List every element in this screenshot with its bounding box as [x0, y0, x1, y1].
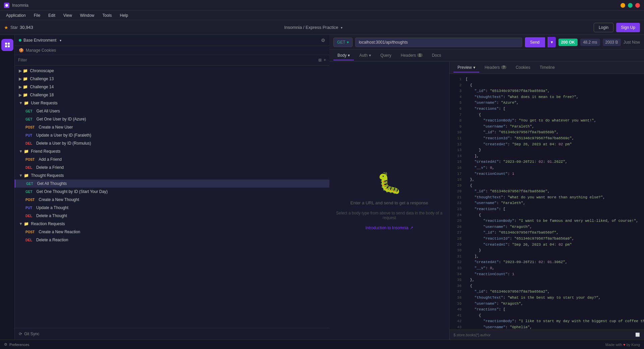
minimize-button[interactable]: [621, 3, 625, 8]
login-button[interactable]: Login: [594, 23, 613, 32]
git-sync-footer[interactable]: ⟳ Git Sync: [15, 328, 329, 340]
response-headers-count-badge: ?: [501, 65, 506, 69]
close-button[interactable]: [635, 3, 640, 8]
line-content: "_id": "651346c979567f8a7ba6569e",: [466, 189, 550, 193]
gear-icon[interactable]: ⚙: [321, 38, 325, 43]
request-add-friend[interactable]: POST Add a Friend: [15, 155, 329, 163]
request-create-thought[interactable]: POST Create a New Thought: [15, 196, 329, 204]
folder-friend-requests[interactable]: ▼ 📁 Friend Requests: [15, 147, 329, 155]
response-line: 15 "createdAt": "2023-09-26T21: 02: 01.2…: [453, 159, 640, 165]
response-line: 33 "__v": 0,: [453, 265, 640, 271]
request-update-user[interactable]: PUT Update a User by ID (Faraleth): [15, 131, 329, 139]
git-sync-label: Git Sync: [24, 332, 39, 336]
tab-docs[interactable]: Docs: [428, 51, 445, 60]
menu-help[interactable]: Help: [116, 12, 131, 19]
request-label: Get One User by ID (Azure): [37, 117, 86, 121]
response-line: 30 }: [453, 248, 640, 254]
request-delete-user[interactable]: DEL Delete a User by ID (Romulus): [15, 139, 329, 147]
menu-application[interactable]: Application: [3, 12, 29, 19]
request-label: Create a New Thought: [39, 197, 79, 202]
line-number: 38: [453, 295, 462, 301]
request-delete-friend[interactable]: DEL Delete a Friend: [15, 163, 329, 171]
headers-count-badge: 1: [417, 53, 423, 57]
cookie-icon: 🍪: [19, 48, 24, 53]
home-icon-button[interactable]: [1, 39, 13, 51]
menu-view[interactable]: View: [60, 12, 75, 19]
env-selector[interactable]: Base Environment ▾: [19, 38, 61, 43]
response-tab-cookies[interactable]: Cookies: [512, 63, 534, 72]
line-number: 14: [453, 153, 462, 159]
tab-auth[interactable]: Auth ▾: [355, 51, 375, 60]
star-label[interactable]: Star: [10, 25, 18, 30]
line-number: 41: [453, 313, 462, 319]
menu-window[interactable]: Window: [77, 12, 98, 19]
request-get-one-user[interactable]: GET Get One User by ID (Azure): [15, 115, 329, 123]
folder-challenge14[interactable]: ▶ 📁 Challenge 14: [15, 83, 329, 91]
response-tab-preview[interactable]: Preview ▾: [453, 63, 479, 72]
send-dropdown-button[interactable]: ▾: [548, 37, 556, 47]
response-time: 48.2 ms: [580, 39, 600, 46]
method-selector[interactable]: GET ▾: [333, 38, 353, 47]
tab-body[interactable]: Body ▾: [333, 51, 354, 60]
request-update-thought[interactable]: PUT Update a Thought: [15, 204, 329, 212]
request-get-all-users[interactable]: GET Get All Users: [15, 107, 329, 115]
signup-button[interactable]: Sign Up: [616, 23, 640, 32]
method-badge-post: POST: [24, 125, 36, 130]
preferences-button[interactable]: ⚙ Preferences: [4, 342, 29, 347]
filter-sort-icon[interactable]: ⊞: [318, 58, 322, 62]
line-content: "thoughtText": "What does it mean to be …: [466, 95, 579, 99]
request-create-reaction[interactable]: POST Create a New Reaction: [15, 228, 329, 236]
project-name[interactable]: Express Practice: [306, 25, 338, 30]
request-label: Add a Friend: [39, 157, 62, 162]
menu-tools[interactable]: Tools: [99, 12, 115, 19]
line-number: 26: [453, 224, 462, 230]
response-tab-headers[interactable]: Headers ?: [481, 63, 511, 72]
response-timestamp: Just Now: [624, 40, 640, 45]
line-content: "username": "Azure",: [466, 101, 519, 105]
request-get-all-thoughts[interactable]: GET Get All Thoughts: [15, 180, 329, 188]
response-line: 27 "_id": "651346c979567f8a7ba6569f",: [453, 230, 640, 236]
request-create-user[interactable]: POST Create a New User: [15, 123, 329, 131]
folder-thought-requests[interactable]: ▼ 📁 Thought Requests: [15, 171, 329, 180]
tab-headers[interactable]: Headers 1: [397, 51, 427, 60]
response-line: 29 "createdAt": "Sep 26, 2023 at 04: 02 …: [453, 242, 640, 248]
maximize-button[interactable]: [628, 3, 633, 8]
line-content: "_id": "651346c979567f8a7ba6569a",: [466, 89, 550, 93]
tab-query-label: Query: [380, 53, 391, 58]
filter-add-icon[interactable]: +: [324, 58, 326, 62]
folder-reaction-requests[interactable]: ▼ 📁 Reaction Requests: [15, 220, 329, 228]
line-content: "createdAt": "2023-09-26T21: 02: 01.306Z…: [466, 260, 568, 264]
method-badge-del: DEL: [24, 165, 34, 170]
response-tab-timeline[interactable]: Timeline: [536, 63, 559, 72]
folder-challenge13[interactable]: ▶ 📁 Challenge 13: [15, 75, 329, 83]
method-badge-post: POST: [24, 230, 36, 234]
response-line: 25 "reactionBody": "I want to be famous …: [453, 218, 640, 224]
request-delete-thought[interactable]: DEL Delete a Thought: [15, 212, 329, 220]
response-line: 11 "reactionId": "651346c979567f8a7ba656…: [453, 136, 640, 142]
manage-cookies-row[interactable]: 🍪 Manage Cookies: [15, 46, 329, 55]
sidebar-icon-column: [0, 35, 15, 340]
folder-chronoscape[interactable]: ▶ 📁 Chronoscape: [15, 67, 329, 75]
line-number: 31: [453, 254, 462, 260]
response-line: 19 {: [453, 183, 640, 189]
preferences-label: Preferences: [9, 343, 29, 347]
request-bar: GET ▾ Send ▾ 200 OK 48.2 ms 2003 B Just …: [329, 35, 644, 50]
request-get-one-thought[interactable]: GET Get One Thought by ID (Start Your Da…: [15, 188, 329, 196]
line-number: 35: [453, 277, 462, 283]
request-delete-reaction[interactable]: DEL Delete a Reaction: [15, 236, 329, 244]
line-content: {: [466, 213, 481, 217]
response-tab-cookies-label: Cookies: [516, 65, 530, 70]
menu-file[interactable]: File: [31, 12, 44, 19]
menu-edit[interactable]: Edit: [45, 12, 59, 19]
folder-challenge18[interactable]: ▶ 📁 Challenge 18: [15, 91, 329, 99]
jq-path[interactable]: $.store.books[*].author: [453, 333, 491, 337]
send-button[interactable]: Send: [525, 37, 545, 47]
response-line: 18 },: [453, 177, 640, 183]
url-input[interactable]: [355, 38, 522, 47]
line-content: "_id": "651346c979567f8a7ba656a2",: [466, 290, 550, 294]
intro-insomnia-link[interactable]: Introduction to Insomnia ↗: [365, 226, 413, 230]
response-body: 1[2 {3 "_id": "651346c979567f8a7ba6569a"…: [449, 74, 644, 330]
filter-input[interactable]: [18, 58, 317, 62]
folder-user-requests[interactable]: ▼ 📁 User Requests: [15, 99, 329, 107]
tab-query[interactable]: Query: [376, 51, 395, 60]
